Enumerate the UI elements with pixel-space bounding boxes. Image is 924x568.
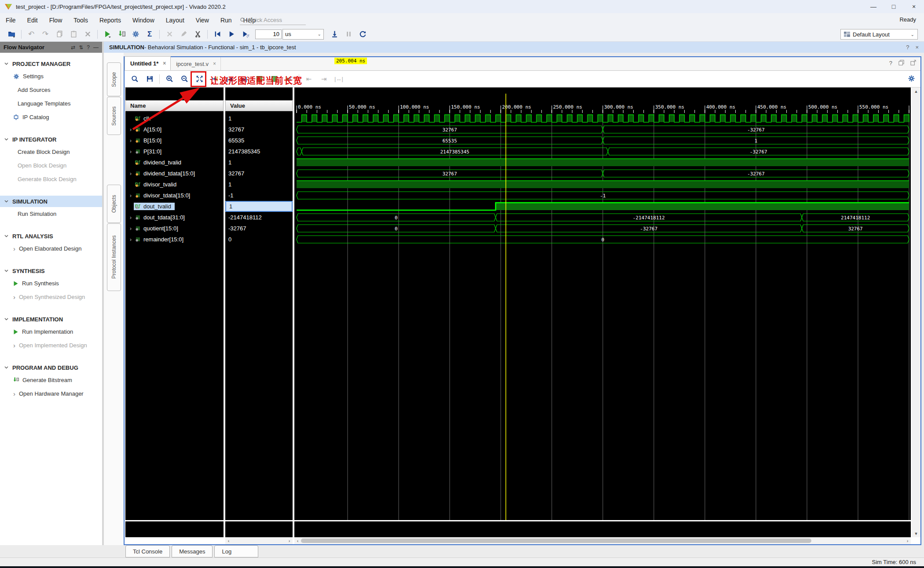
menu-flow[interactable]: Flow: [44, 17, 68, 24]
close-icon[interactable]: ×: [163, 60, 166, 66]
time-unit-select[interactable]: us ⌄: [282, 29, 324, 40]
help-icon[interactable]: ?: [889, 60, 892, 66]
wave-settings-gear-icon[interactable]: [908, 75, 915, 82]
flow-section-program-and-debug[interactable]: PROGRAM AND DEBUG: [0, 362, 102, 373]
expand-chevron-icon[interactable]: ›: [128, 137, 134, 144]
relaunch-icon[interactable]: [356, 29, 369, 40]
redo-icon[interactable]: ↷: [39, 29, 51, 40]
flow-item-generate-bitstream[interactable]: 0110Generate Bitstream: [0, 373, 102, 387]
expand-chevron-icon[interactable]: ›: [128, 236, 134, 243]
vertical-scrollbar[interactable]: ▲ ▼: [912, 87, 920, 537]
maximize-icon[interactable]: [910, 60, 916, 66]
float-icon[interactable]: [898, 60, 904, 66]
settings-gear-icon[interactable]: [129, 29, 142, 40]
flow-item-ip-catalog[interactable]: IP Catalog: [0, 110, 102, 124]
cursor-time-label[interactable]: 205.004 ns: [334, 58, 367, 64]
flow-section-synthesis[interactable]: SYNTHESIS: [0, 265, 102, 277]
dock-icon[interactable]: ⇄: [71, 44, 75, 51]
cut-dark-icon[interactable]: [191, 29, 204, 40]
scroll-up-icon[interactable]: ▲: [912, 87, 920, 95]
menu-view[interactable]: View: [190, 17, 215, 24]
signal-value-remainder150[interactable]: 0: [225, 234, 293, 245]
goto-prev-edge-icon[interactable]: ⇤: [303, 73, 315, 86]
run-all-icon[interactable]: [225, 29, 238, 40]
flow-item-settings[interactable]: Settings: [0, 69, 102, 83]
expand-chevron-icon[interactable]: ›: [128, 148, 134, 155]
signal-value-dout_tdata310[interactable]: -2147418112: [225, 212, 293, 223]
tab-ipcore-test-v[interactable]: ipcore_test.v×: [171, 57, 221, 70]
side-tab-sources[interactable]: Sources: [107, 97, 121, 135]
signal-row-divisor_tvalid[interactable]: divisor_tvalid: [125, 179, 224, 190]
flow-item-run-simulation[interactable]: Run Simulation: [0, 207, 102, 221]
side-tab-scope[interactable]: Scope: [107, 62, 121, 96]
run-time-input[interactable]: [255, 29, 282, 39]
expand-chevron-icon[interactable]: ›: [128, 126, 134, 133]
scrollbar-thumb[interactable]: [301, 539, 811, 543]
flow-item-run-implementation[interactable]: Run Implementation: [0, 325, 102, 339]
flow-item-run-synthesis[interactable]: Run Synthesis: [0, 277, 102, 290]
quick-access[interactable]: Quick Access: [240, 15, 306, 25]
span-markers-icon[interactable]: |↔|: [333, 73, 345, 86]
signal-row-A150[interactable]: ›A[15:0]: [125, 124, 224, 135]
save-icon[interactable]: [143, 73, 156, 86]
scroll-left-icon[interactable]: ‹: [225, 538, 232, 543]
help-icon[interactable]: ?: [906, 44, 909, 51]
signal-row-dout_tvalid[interactable]: dout_tvalid: [125, 201, 224, 212]
scroll-right-icon[interactable]: ›: [286, 538, 293, 543]
close-button[interactable]: ×: [904, 0, 924, 13]
scroll-left-icon[interactable]: ‹: [294, 538, 301, 543]
step-into-icon[interactable]: 0110: [115, 29, 128, 40]
report-icon[interactable]: Σ: [143, 29, 156, 40]
signal-value-clk[interactable]: 1: [225, 113, 293, 124]
restart-sim-icon[interactable]: [211, 29, 224, 40]
flow-section-rtl-analysis[interactable]: RTL ANALYSIS: [0, 230, 102, 242]
flow-section-implementation[interactable]: IMPLEMENTATION: [0, 313, 102, 325]
signal-row-dividend_tdata150[interactable]: ›dividend_tdata[15:0]: [125, 168, 224, 179]
flow-section-project-manager[interactable]: PROJECT MANAGER: [0, 58, 102, 69]
tab-untitled-1-[interactable]: Untitled 1*×: [125, 56, 171, 70]
zoom-out-icon[interactable]: [178, 73, 191, 86]
signal-value-dividend_tdata150[interactable]: 32767: [225, 168, 293, 179]
flow-section-simulation[interactable]: SIMULATION: [0, 196, 102, 207]
close-icon[interactable]: ×: [213, 61, 216, 67]
edit-pen-icon[interactable]: [177, 29, 190, 40]
waveform-canvas[interactable]: 0.000 ns50.000 ns100.000 ns150.000 ns200…: [294, 87, 911, 537]
signal-row-B150[interactable]: ›B[15:0]: [125, 135, 224, 146]
flow-item-open-elaborated-design[interactable]: ›Open Elaborated Design: [0, 242, 102, 255]
goto-next-edge-icon[interactable]: ⇥: [318, 73, 330, 86]
signal-row-divisor_tdata150[interactable]: ›divisor_tdata[15:0]: [125, 190, 224, 201]
zoom-in-icon[interactable]: [163, 73, 176, 86]
menu-tools[interactable]: Tools: [68, 17, 94, 24]
signal-row-remainder150[interactable]: ›remainder[15:0]: [125, 234, 224, 245]
expand-chevron-icon[interactable]: ›: [128, 170, 134, 177]
scroll-down-icon[interactable]: ▼: [912, 530, 920, 537]
flow-section-ip-integrator[interactable]: IP INTEGRATOR: [0, 134, 102, 145]
signal-row-dividend_tvalid[interactable]: dividend_tvalid: [125, 157, 224, 168]
signal-row-P310[interactable]: ›P[31:0]: [125, 146, 224, 157]
signal-value-quotient150[interactable]: -32767: [225, 223, 293, 234]
menu-reports[interactable]: Reports: [94, 17, 127, 24]
signal-value-P310[interactable]: 2147385345: [225, 146, 293, 157]
copy-icon[interactable]: [53, 29, 66, 40]
scroll-right-icon[interactable]: ›: [904, 538, 911, 543]
console-tab-messages[interactable]: Messages: [172, 545, 213, 557]
minimize-button[interactable]: —: [863, 0, 884, 13]
menu-layout[interactable]: Layout: [160, 17, 190, 24]
maximize-button[interactable]: □: [884, 0, 904, 13]
expand-collapse-icon[interactable]: ⇅: [79, 44, 83, 51]
signal-value-B150[interactable]: 65535: [225, 135, 293, 146]
delete-icon[interactable]: [81, 29, 94, 40]
menu-run[interactable]: Run: [215, 17, 238, 24]
menu-edit[interactable]: Edit: [22, 17, 44, 24]
paste-icon[interactable]: [67, 29, 80, 40]
flow-item-add-sources[interactable]: Add Sources: [0, 83, 102, 97]
flow-item-open-hardware-manager[interactable]: ›Open Hardware Manager: [0, 387, 102, 401]
wave-horizontal-scrollbar[interactable]: ‹ ›: [294, 537, 911, 544]
close-icon[interactable]: ×: [915, 44, 919, 51]
signal-value-divisor_tvalid[interactable]: 1: [225, 179, 293, 190]
expand-chevron-icon[interactable]: ›: [128, 192, 134, 199]
signal-row-clk[interactable]: clk: [125, 113, 224, 124]
signal-value-divisor_tdata150[interactable]: -1: [225, 190, 293, 201]
value-horizontal-scrollbar[interactable]: ‹ ›: [225, 537, 293, 544]
flow-item-language-templates[interactable]: Language Templates: [0, 97, 102, 110]
